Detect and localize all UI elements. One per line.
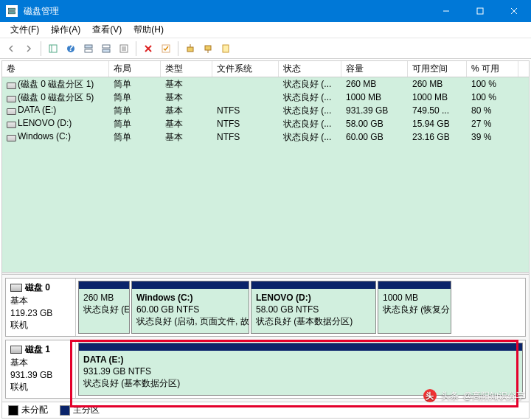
volume-name: (磁盘 0 磁盘分区 1) xyxy=(18,78,94,91)
cell-capacity: 931.39 GB xyxy=(341,105,408,116)
volume-icon xyxy=(7,80,15,88)
partition-status: 状态良好 (基本数据分区) xyxy=(256,315,371,327)
disk-row: 磁盘 0基本119.23 GB联机260 MB状态良好 (EFWindows (… xyxy=(5,278,526,337)
disk-size: 931.39 GB xyxy=(10,370,71,380)
cell-fs: NTFS xyxy=(212,131,279,143)
list-top-button[interactable] xyxy=(80,41,97,57)
titlebar: 磁盘管理 xyxy=(0,0,531,22)
cell-fs: NTFS xyxy=(212,105,279,116)
volume-icon xyxy=(7,94,15,102)
delete-button[interactable] xyxy=(140,41,156,57)
disk-icon xyxy=(10,346,22,354)
menu-view[interactable]: 查看(V) xyxy=(86,22,128,38)
watermark-text: @高阳知识分享 xyxy=(463,390,525,402)
cell-capacity: 260 MB xyxy=(341,78,408,90)
cell-capacity: 58.00 GB xyxy=(341,118,408,130)
disk-header[interactable]: 磁盘 1基本931.39 GB联机 xyxy=(6,340,76,398)
cell-free: 15.94 GB xyxy=(408,118,467,130)
volume-row[interactable]: DATA (E:)简单基本NTFS状态良好 (...931.39 GB749.5… xyxy=(2,104,529,117)
action1-button[interactable] xyxy=(182,41,198,57)
disk-header[interactable]: 磁盘 0基本119.23 GB联机 xyxy=(6,279,76,336)
col-capacity[interactable]: 容量 xyxy=(341,61,408,77)
minimize-button[interactable] xyxy=(429,0,463,22)
help-button[interactable]: ? xyxy=(63,41,79,57)
partition[interactable]: Windows (C:)60.00 GB NTFS状态良好 (启动, 页面文件,… xyxy=(131,281,249,334)
col-volume[interactable]: 卷 xyxy=(2,61,109,77)
forward-button[interactable] xyxy=(21,41,37,57)
cell-fs xyxy=(212,97,279,98)
disk-status: 联机 xyxy=(10,381,71,393)
partition-band xyxy=(132,281,249,289)
col-filesystem[interactable]: 文件系统 xyxy=(212,61,279,77)
graphical-view: 磁盘 0基本119.23 GB联机260 MB状态良好 (EFWindows (… xyxy=(2,275,529,402)
properties-button[interactable] xyxy=(218,41,234,57)
partition-band xyxy=(378,281,451,289)
partition-band xyxy=(79,281,129,289)
partition-band xyxy=(79,343,522,351)
volume-icon xyxy=(7,119,15,127)
volume-row[interactable]: (磁盘 0 磁盘分区 1)简单基本状态良好 (...260 MB260 MB10… xyxy=(2,77,529,91)
menu-action[interactable]: 操作(A) xyxy=(45,22,86,38)
maximize-button[interactable] xyxy=(463,0,497,22)
disk-name: 磁盘 1 xyxy=(25,343,50,356)
volume-row[interactable]: LENOVO (D:)简单基本NTFS状态良好 (...58.00 GB15.9… xyxy=(2,117,529,130)
volume-row[interactable]: Windows (C:)简单基本NTFS状态良好 (...60.00 GB23.… xyxy=(2,130,529,144)
action2-button[interactable] xyxy=(200,41,216,57)
partition-size: 931.39 GB NTFS xyxy=(83,365,518,377)
svg-rect-11 xyxy=(85,49,92,52)
window-title: 磁盘管理 xyxy=(24,5,429,18)
partition-title: Windows (C:) xyxy=(136,292,244,304)
col-type[interactable]: 类型 xyxy=(161,61,212,77)
volume-list: 卷 布局 类型 文件系统 状态 容量 可用空间 % 可用 (磁盘 0 磁盘分区 … xyxy=(2,61,529,272)
menu-file[interactable]: 文件(F) xyxy=(4,22,45,38)
svg-rect-0 xyxy=(9,8,15,10)
settings-button[interactable] xyxy=(116,41,132,57)
partition[interactable]: 260 MB状态良好 (EF xyxy=(78,281,130,334)
partition[interactable]: LENOVO (D:)58.00 GB NTFS状态良好 (基本数据分区) xyxy=(251,281,376,334)
svg-rect-6 xyxy=(49,45,57,52)
toolbar: ? xyxy=(0,38,531,59)
cell-free: 23.16 GB xyxy=(408,131,467,143)
cell-capacity: 1000 MB xyxy=(341,91,408,103)
show-hide-tree-button[interactable] xyxy=(45,41,61,57)
cell-layout: 简单 xyxy=(109,104,161,118)
col-layout[interactable]: 布局 xyxy=(109,61,161,77)
check-button[interactable] xyxy=(158,41,174,57)
svg-rect-21 xyxy=(187,47,193,52)
swatch-primary xyxy=(60,405,70,416)
watermark-icon: 头 xyxy=(423,389,437,402)
partition[interactable]: DATA (E:)931.39 GB NTFS状态良好 (基本数据分区) xyxy=(78,343,523,396)
svg-rect-23 xyxy=(205,46,211,50)
cell-percent: 39 % xyxy=(467,131,518,143)
svg-text:?: ? xyxy=(68,43,73,53)
partition-size: 260 MB xyxy=(83,292,125,304)
col-status[interactable]: 状态 xyxy=(279,61,341,77)
col-percent[interactable]: % 可用 xyxy=(467,61,518,77)
partition-size: 1000 MB xyxy=(383,292,446,304)
volume-icon xyxy=(7,133,15,141)
app-icon xyxy=(6,5,18,17)
volume-row[interactable]: (磁盘 0 磁盘分区 5)简单基本状态良好 (...1000 MB1000 MB… xyxy=(2,91,529,104)
close-button[interactable] xyxy=(497,0,531,22)
toolbar-separator xyxy=(178,41,178,56)
cell-free: 749.50 ... xyxy=(408,105,467,116)
partition-title: LENOVO (D:) xyxy=(256,292,371,304)
svg-rect-10 xyxy=(85,45,92,48)
legend-unallocated: 未分配 xyxy=(8,404,48,416)
cell-percent: 100 % xyxy=(467,91,518,103)
back-button[interactable] xyxy=(3,41,19,57)
cell-layout: 简单 xyxy=(109,77,161,91)
cell-status: 状态良好 (... xyxy=(279,77,341,91)
volume-name: (磁盘 0 磁盘分区 5) xyxy=(18,91,94,104)
legend-unallocated-label: 未分配 xyxy=(21,404,48,416)
svg-rect-12 xyxy=(103,45,110,48)
legend-primary: 主分区 xyxy=(60,404,100,416)
partition-status: 状态良好 (基本数据分区) xyxy=(83,377,518,389)
partition-status: 状态良好 (恢复分 xyxy=(383,304,446,315)
menu-help[interactable]: 帮助(H) xyxy=(128,22,170,38)
partition[interactable]: 1000 MB状态良好 (恢复分 xyxy=(378,281,451,334)
col-freespace[interactable]: 可用空间 xyxy=(408,61,467,77)
cell-type: 基本 xyxy=(161,117,212,131)
list-bottom-button[interactable] xyxy=(98,41,114,57)
disk-name: 磁盘 0 xyxy=(25,281,50,294)
